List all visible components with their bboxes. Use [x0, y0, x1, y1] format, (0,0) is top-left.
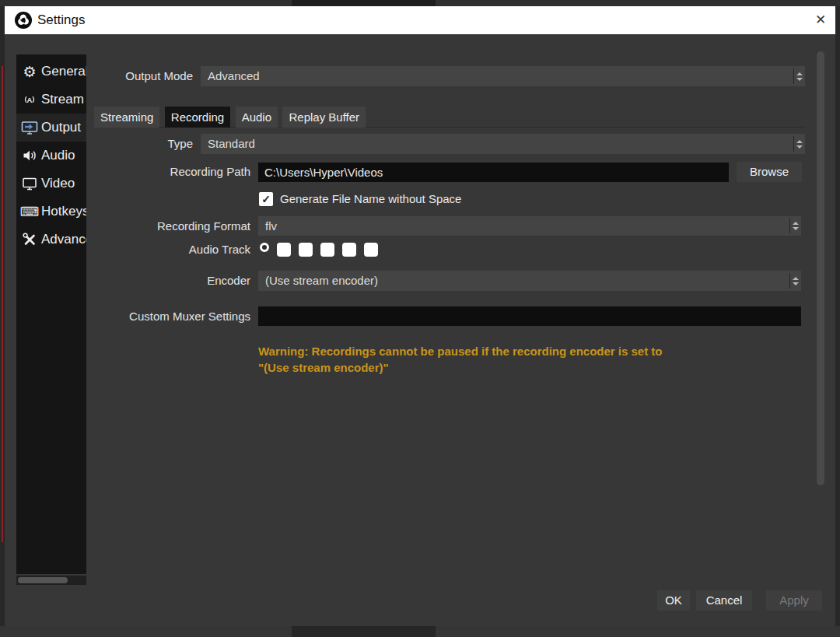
output-mode-value: Advanced: [208, 69, 260, 82]
audio-track-radio[interactable]: [260, 243, 269, 252]
warning-text: Warning: Recordings cannot be paused if …: [258, 343, 787, 376]
tab-replay-buffer[interactable]: Replay Buffer: [282, 107, 366, 128]
obs-logo-icon: [14, 11, 33, 30]
sidebar-item-advanced[interactable]: Advanced: [16, 226, 86, 254]
background-block-bottom: [292, 626, 436, 637]
sidebar-item-label: Hotkeys: [41, 204, 86, 219]
warning-line-1: Warning: Recordings cannot be paused if …: [258, 343, 787, 359]
chevron-up-down-icon: [793, 136, 805, 152]
sidebar-item-label: Video: [41, 176, 75, 191]
output-icon: [20, 119, 39, 136]
tools-icon: [20, 231, 39, 248]
recording-format-value: flv: [265, 219, 277, 233]
background-strip-right: [835, 6, 840, 626]
audio-track-checkbox-checked[interactable]: [277, 243, 291, 257]
type-value: Standard: [208, 137, 255, 150]
encoder-value: (Use stream encoder): [265, 274, 378, 287]
type-select[interactable]: Standard: [201, 134, 805, 154]
svg-text:A: A: [27, 96, 33, 104]
audio-track-checkbox-checked[interactable]: [364, 243, 378, 257]
recording-format-label: Recording Format: [95, 216, 250, 236]
keyboard-icon: ⌨: [20, 203, 39, 220]
browse-button[interactable]: Browse: [737, 162, 802, 182]
chevron-up-down-icon: [793, 68, 805, 84]
generate-filename-label: Generate File Name without Space: [280, 191, 461, 207]
tab-recording[interactable]: Recording: [165, 107, 230, 128]
window-title: Settings: [37, 6, 85, 34]
encoder-select[interactable]: (Use stream encoder): [258, 271, 801, 291]
sidebar-item-video[interactable]: Video: [16, 170, 86, 198]
audio-track-checkbox-checked[interactable]: [299, 243, 313, 257]
recording-path-input[interactable]: C:\Users\Hyper\Videos: [258, 163, 729, 182]
gear-icon: ⚙: [20, 63, 39, 80]
tab-audio[interactable]: Audio: [236, 107, 278, 128]
output-mode-label: Output Mode: [62, 66, 193, 86]
audio-track-checkbox-checked[interactable]: [320, 243, 334, 257]
sidebar-item-label: Output: [41, 120, 81, 135]
chevron-up-down-icon: [789, 219, 801, 233]
close-button[interactable]: ✕: [806, 6, 835, 34]
sidebar: ⚙ General A Stream Out: [16, 54, 86, 574]
sidebar-item-stream[interactable]: A Stream: [16, 86, 86, 114]
sidebar-item-label: Stream: [41, 92, 84, 107]
sidebar-item-hotkeys[interactable]: ⌨ Hotkeys: [16, 198, 86, 226]
red-edge-line: [2, 66, 3, 542]
audio-track-controls: [260, 243, 378, 257]
settings-window: Settings ✕ ⚙ General A Stream: [0, 0, 840, 637]
output-mode-select[interactable]: Advanced: [201, 66, 805, 86]
sidebar-item-label: Advanced: [41, 232, 86, 247]
audio-track-checkbox-checked[interactable]: [342, 243, 356, 257]
type-label: Type: [62, 134, 193, 154]
recording-format-select[interactable]: flv: [258, 216, 801, 236]
encoder-label: Encoder: [95, 271, 250, 291]
chevron-up-down-icon: [789, 273, 801, 289]
warning-line-2: "(Use stream encoder)": [258, 359, 787, 376]
custom-muxer-label: Custom Muxer Settings: [95, 306, 250, 327]
custom-muxer-input[interactable]: [258, 306, 801, 326]
recording-path-label: Recording Path: [95, 162, 250, 182]
check-icon: ✓: [261, 193, 271, 205]
background-block-top: [292, 0, 436, 6]
speaker-icon: [20, 147, 39, 164]
titlebar: [5, 6, 835, 34]
output-tabs: Streaming Recording Audio Replay Buffer: [94, 107, 805, 128]
sidebar-scrollbar-handle[interactable]: [18, 577, 68, 583]
broadcast-icon: A: [20, 91, 39, 108]
apply-button[interactable]: Apply: [766, 590, 822, 611]
content-scrollbar-handle[interactable]: [817, 51, 824, 485]
tab-streaming[interactable]: Streaming: [94, 107, 159, 128]
ok-button[interactable]: OK: [657, 590, 690, 611]
cancel-button[interactable]: Cancel: [696, 590, 752, 611]
monitor-icon: [20, 175, 39, 192]
close-icon: ✕: [815, 12, 826, 27]
audio-track-label: Audio Track: [95, 241, 250, 258]
generate-filename-checkbox[interactable]: ✓: [259, 192, 273, 206]
